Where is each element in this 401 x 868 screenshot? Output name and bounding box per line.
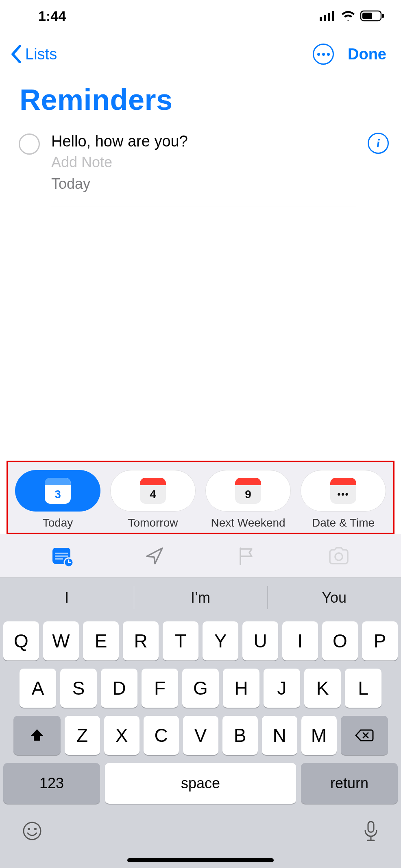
key-a[interactable]: A bbox=[20, 669, 56, 708]
svg-rect-1 bbox=[324, 15, 326, 21]
signal-icon bbox=[320, 11, 336, 21]
key-w[interactable]: W bbox=[43, 621, 79, 660]
svg-rect-0 bbox=[320, 17, 322, 21]
flag-button[interactable] bbox=[235, 544, 258, 567]
key-g[interactable]: G bbox=[182, 669, 219, 708]
home-indicator[interactable] bbox=[127, 858, 274, 862]
key-x[interactable]: X bbox=[104, 716, 139, 755]
date-chip-date-time[interactable]: ••• bbox=[301, 470, 386, 512]
key-q[interactable]: Q bbox=[3, 621, 39, 660]
key-k[interactable]: K bbox=[304, 669, 341, 708]
date-chip-col: 3Today bbox=[15, 470, 100, 529]
key-d[interactable]: D bbox=[101, 669, 137, 708]
date-chip-col: 4Tomorrow bbox=[110, 470, 196, 529]
predictive-suggestion[interactable]: I bbox=[0, 578, 134, 617]
key-123[interactable]: 123 bbox=[3, 763, 100, 804]
calendar-icon: 3 bbox=[45, 478, 71, 504]
key-r[interactable]: R bbox=[123, 621, 159, 660]
more-button[interactable] bbox=[313, 44, 334, 65]
key-shift[interactable] bbox=[13, 716, 61, 755]
key-z[interactable]: Z bbox=[65, 716, 100, 755]
status-bar: 1:44 bbox=[0, 0, 401, 32]
svg-rect-6 bbox=[382, 14, 384, 18]
svg-point-12 bbox=[335, 553, 342, 560]
calendar-icon: 4 bbox=[140, 478, 166, 504]
date-chip-today[interactable]: 3 bbox=[15, 470, 100, 512]
key-y[interactable]: Y bbox=[203, 621, 238, 660]
date-chip-next-weekend[interactable]: 9 bbox=[205, 470, 291, 512]
emoji-button[interactable] bbox=[22, 821, 42, 843]
emoji-icon bbox=[22, 821, 42, 841]
calendar-day: ••• bbox=[330, 485, 356, 504]
reminder-title[interactable]: Hello, how are you? bbox=[51, 131, 356, 152]
key-s[interactable]: S bbox=[60, 669, 97, 708]
key-c[interactable]: C bbox=[144, 716, 179, 755]
key-u[interactable]: U bbox=[242, 621, 278, 660]
location-button[interactable] bbox=[143, 544, 166, 567]
nav-bar: Lists Done bbox=[0, 32, 401, 77]
camera-button[interactable] bbox=[327, 544, 350, 567]
calendar-icon: 9 bbox=[235, 478, 261, 504]
calendar-day: 9 bbox=[235, 485, 261, 504]
svg-point-15 bbox=[34, 828, 37, 830]
complete-toggle[interactable] bbox=[19, 133, 40, 155]
calendar-icon: ••• bbox=[330, 478, 356, 504]
done-button[interactable]: Done bbox=[348, 46, 386, 63]
key-space[interactable]: space bbox=[105, 763, 296, 804]
key-delete[interactable] bbox=[341, 716, 388, 755]
svg-rect-10 bbox=[55, 558, 63, 560]
date-chip-label: Today bbox=[43, 516, 73, 529]
dictation-button[interactable] bbox=[363, 820, 379, 844]
key-f[interactable]: F bbox=[142, 669, 178, 708]
back-label: Lists bbox=[25, 46, 57, 63]
calendar-day: 4 bbox=[140, 485, 166, 504]
svg-rect-5 bbox=[362, 13, 372, 19]
calendar-day: 3 bbox=[45, 485, 71, 504]
calendar-time-button[interactable] bbox=[51, 544, 74, 567]
delete-icon bbox=[355, 728, 374, 742]
page-title: Reminders bbox=[0, 77, 401, 129]
reminder-date: Today bbox=[51, 173, 356, 195]
key-i[interactable]: I bbox=[282, 621, 318, 660]
back-button[interactable]: Lists bbox=[9, 45, 57, 63]
chevron-left-icon bbox=[9, 45, 24, 63]
date-chip-col: •••Date & Time bbox=[301, 470, 386, 529]
key-p[interactable]: P bbox=[362, 621, 398, 660]
predictive-suggestion[interactable]: I’m bbox=[134, 578, 268, 617]
info-icon: i bbox=[377, 136, 380, 150]
key-n[interactable]: N bbox=[262, 716, 297, 755]
svg-rect-2 bbox=[328, 13, 330, 21]
predictive-bar: II’mYou bbox=[0, 577, 401, 617]
reminder-body[interactable]: Hello, how are you? Add Note Today bbox=[51, 131, 356, 206]
reminder-toolbar bbox=[0, 534, 401, 577]
key-j[interactable]: J bbox=[264, 669, 300, 708]
svg-point-13 bbox=[24, 822, 41, 840]
reminder-note-input[interactable]: Add Note bbox=[51, 152, 356, 173]
shift-icon bbox=[29, 728, 45, 743]
key-return[interactable]: return bbox=[301, 763, 398, 804]
date-chip-label: Next Weekend bbox=[211, 516, 285, 529]
status-time: 1:44 bbox=[38, 8, 66, 24]
key-t[interactable]: T bbox=[163, 621, 198, 660]
key-h[interactable]: H bbox=[223, 669, 259, 708]
key-e[interactable]: E bbox=[83, 621, 119, 660]
svg-point-14 bbox=[28, 828, 30, 830]
mic-icon bbox=[363, 820, 379, 842]
date-chip-bar: 3Today4Tomorrow9Next Weekend•••Date & Ti… bbox=[7, 461, 394, 534]
date-chip-tomorrow[interactable]: 4 bbox=[110, 470, 196, 512]
date-chip-label: Tomorrow bbox=[128, 516, 178, 529]
predictive-suggestion[interactable]: You bbox=[267, 578, 401, 617]
key-v[interactable]: V bbox=[183, 716, 218, 755]
key-l[interactable]: L bbox=[345, 669, 381, 708]
key-b[interactable]: B bbox=[222, 716, 258, 755]
status-indicators bbox=[320, 10, 385, 22]
date-chip-col: 9Next Weekend bbox=[205, 470, 291, 529]
wifi-icon bbox=[341, 11, 355, 21]
info-button[interactable]: i bbox=[368, 133, 389, 154]
date-chip-label: Date & Time bbox=[312, 516, 375, 529]
key-m[interactable]: M bbox=[301, 716, 337, 755]
svg-rect-9 bbox=[55, 555, 68, 557]
svg-rect-3 bbox=[332, 11, 334, 21]
key-o[interactable]: O bbox=[322, 621, 358, 660]
keyboard: QWERTYUIOP ASDFGHJKL ZXCVBNM 123 space r… bbox=[0, 617, 401, 868]
